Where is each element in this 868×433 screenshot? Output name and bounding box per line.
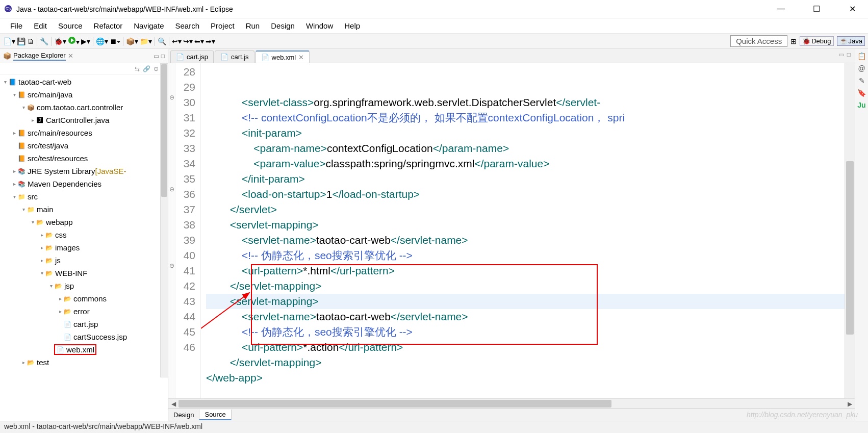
view-maximize-icon[interactable]: □ xyxy=(161,53,165,60)
tree-item-maven-dependencies[interactable]: ▸📚Maven Dependencies xyxy=(0,177,168,190)
expand-icon[interactable]: ▾ xyxy=(30,219,36,225)
expand-icon[interactable]: ▸ xyxy=(39,232,45,238)
new-class-icon[interactable]: 📦▾ xyxy=(126,37,138,45)
menu-refactor[interactable]: Refactor xyxy=(89,19,128,32)
code-editor[interactable]: <servlet-class>org.springframework.web.s… xyxy=(201,63,845,398)
editor-tab-cart-jsp[interactable]: 📄cart.jsp xyxy=(170,50,214,63)
nav-back-icon[interactable]: ⬅▾ xyxy=(194,37,204,45)
menu-edit[interactable]: Edit xyxy=(29,19,52,32)
expand-icon[interactable]: ▾ xyxy=(11,194,17,199)
quick-access-input[interactable]: Quick Access xyxy=(730,35,787,47)
expand-icon[interactable]: ▸ xyxy=(11,130,17,136)
junit-icon[interactable]: Ju xyxy=(857,101,865,109)
minimize-button[interactable]: — xyxy=(769,4,793,14)
expand-icon[interactable]: ▾ xyxy=(48,283,54,289)
menu-search[interactable]: Search xyxy=(170,19,205,32)
tree-item-web-inf[interactable]: ▾📂WEB-INF xyxy=(0,267,168,279)
editor-tab-web-xml[interactable]: 📄web.xml✕ xyxy=(256,50,310,63)
perspective-java[interactable]: ☕ Java xyxy=(837,36,865,46)
tree-item-web-xml[interactable]: 📄web.xml xyxy=(0,343,168,356)
scroll-left-icon[interactable]: ◀ xyxy=(168,399,178,409)
tree-item-css[interactable]: ▸📂css xyxy=(0,228,168,241)
maximize-button[interactable]: ☐ xyxy=(805,4,828,14)
expand-icon[interactable]: ▾ xyxy=(11,92,17,97)
nav-next-icon[interactable]: ↪▾ xyxy=(183,37,193,45)
scroll-right-icon[interactable]: ▶ xyxy=(845,399,855,409)
editor-maximize-icon[interactable]: □ xyxy=(847,51,851,58)
expand-icon[interactable]: ▾ xyxy=(39,270,45,276)
tree-item-jre-system-library-[interactable]: ▸📚JRE System Library [JavaSE- xyxy=(0,165,168,177)
perspective-debug[interactable]: 🐞 Debug xyxy=(800,36,833,46)
bookmark-icon[interactable]: 🔖 xyxy=(857,89,866,97)
expand-icon[interactable]: ▾ xyxy=(2,79,8,85)
expand-icon[interactable]: ▸ xyxy=(11,168,17,174)
focus-icon[interactable]: ⊙ xyxy=(154,65,159,72)
new-pkg-icon[interactable]: 📁▾ xyxy=(140,37,152,45)
menu-window[interactable]: Window xyxy=(301,19,338,32)
save-all-icon[interactable]: 🗎 xyxy=(27,37,34,45)
expand-icon[interactable]: ▾ xyxy=(20,105,27,110)
tree-item-src-main-java[interactable]: ▾📙src/main/java xyxy=(0,88,168,101)
debug-icon[interactable]: 🐞▾ xyxy=(54,37,66,45)
editor-tab-cart-js[interactable]: 📄cart.js xyxy=(215,50,254,63)
expand-icon[interactable]: ▸ xyxy=(11,181,17,187)
open-perspective-icon[interactable]: ⊞ xyxy=(790,37,797,45)
tree-item-src-test-java[interactable]: 📙src/test/java xyxy=(0,139,168,152)
view-minimize-icon[interactable]: ▭ xyxy=(154,53,159,60)
tree-item-src[interactable]: ▾📁src xyxy=(0,190,168,203)
tool-icon[interactable]: 🔧 xyxy=(40,37,48,45)
save-icon[interactable]: 💾 xyxy=(17,37,25,45)
tree-item-com-taotao-cart-controller[interactable]: ▾📦com.taotao.cart.controller xyxy=(0,101,168,114)
marker-icon[interactable]: ✎ xyxy=(859,77,865,85)
expand-icon[interactable]: ▸ xyxy=(57,309,63,314)
collapse-all-icon[interactable]: ⇆ xyxy=(135,65,140,72)
tree-item-cart-jsp[interactable]: 📄cart.jsp xyxy=(0,318,168,330)
package-tree[interactable]: ▾📘taotao-cart-web▾📙src/main/java▾📦com.ta… xyxy=(0,74,168,421)
expand-icon[interactable]: ▸ xyxy=(39,245,45,250)
menu-project[interactable]: Project xyxy=(206,19,240,32)
tree-item-webapp[interactable]: ▾📂webapp xyxy=(0,216,168,228)
editor-vertical-scrollbar[interactable] xyxy=(845,63,855,398)
expand-icon[interactable]: ▸ xyxy=(57,296,63,301)
nav-prev-icon[interactable]: ↩▾ xyxy=(172,37,182,45)
tree-item-cartcontroller-java[interactable]: ▸🅹CartController.java xyxy=(0,114,168,126)
menu-help[interactable]: Help xyxy=(339,19,365,32)
menu-design[interactable]: Design xyxy=(266,19,300,32)
close-button[interactable]: ✕ xyxy=(840,4,864,14)
server-icon[interactable]: 🌐▾ xyxy=(96,37,108,45)
menu-file[interactable]: File xyxy=(5,19,28,32)
expand-icon[interactable]: ▾ xyxy=(20,207,27,212)
tree-item-test[interactable]: ▸📂test xyxy=(0,356,168,369)
editor-minimize-icon[interactable]: ▭ xyxy=(838,51,844,58)
run-ext-icon[interactable]: ▶▾ xyxy=(81,37,90,45)
tab-source[interactable]: Source xyxy=(199,410,231,420)
menu-navigate[interactable]: Navigate xyxy=(129,19,169,32)
tree-item-error[interactable]: ▸📂error xyxy=(0,305,168,318)
expand-icon[interactable]: ▸ xyxy=(39,258,45,263)
menu-source[interactable]: Source xyxy=(53,19,88,32)
new-icon[interactable]: 📄▾ xyxy=(3,37,15,45)
nav-fwd-icon[interactable]: ➡▾ xyxy=(206,37,215,45)
tab-design[interactable]: Design xyxy=(168,410,199,420)
outline-icon[interactable]: 📋 xyxy=(857,52,866,60)
fold-gutter[interactable]: ⊖⊖⊖ xyxy=(168,63,175,398)
tree-item-src-main-resources[interactable]: ▸📙src/main/resources xyxy=(0,126,168,139)
tree-item-taotao-cart-web[interactable]: ▾📘taotao-cart-web xyxy=(0,75,168,88)
tree-item-js[interactable]: ▸📂js xyxy=(0,254,168,267)
server-stop-icon[interactable]: ⏹▾ xyxy=(110,37,120,45)
task-list-icon[interactable]: @ xyxy=(858,64,865,72)
search-icon[interactable]: 🔍 xyxy=(158,37,166,45)
run-icon[interactable]: ▾ xyxy=(68,36,80,46)
tree-item-commons[interactable]: ▸📂commons xyxy=(0,292,168,305)
tree-item-src-test-resources[interactable]: 📙src/test/resources xyxy=(0,152,168,165)
tree-item-jsp[interactable]: ▾📂jsp xyxy=(0,279,168,292)
view-close-icon[interactable]: ✕ xyxy=(68,52,73,60)
tree-item-main[interactable]: ▾📁main xyxy=(0,203,168,216)
expand-icon[interactable]: ▸ xyxy=(30,117,36,123)
editor-horizontal-scrollbar[interactable]: ◀ ▶ xyxy=(168,398,855,409)
menu-run[interactable]: Run xyxy=(241,19,265,32)
package-explorer-vscroll[interactable] xyxy=(160,63,168,377)
tree-item-images[interactable]: ▸📂images xyxy=(0,241,168,254)
expand-icon[interactable]: ▸ xyxy=(20,360,27,365)
tree-item-cartsuccess-jsp[interactable]: 📄cartSuccess.jsp xyxy=(0,330,168,343)
